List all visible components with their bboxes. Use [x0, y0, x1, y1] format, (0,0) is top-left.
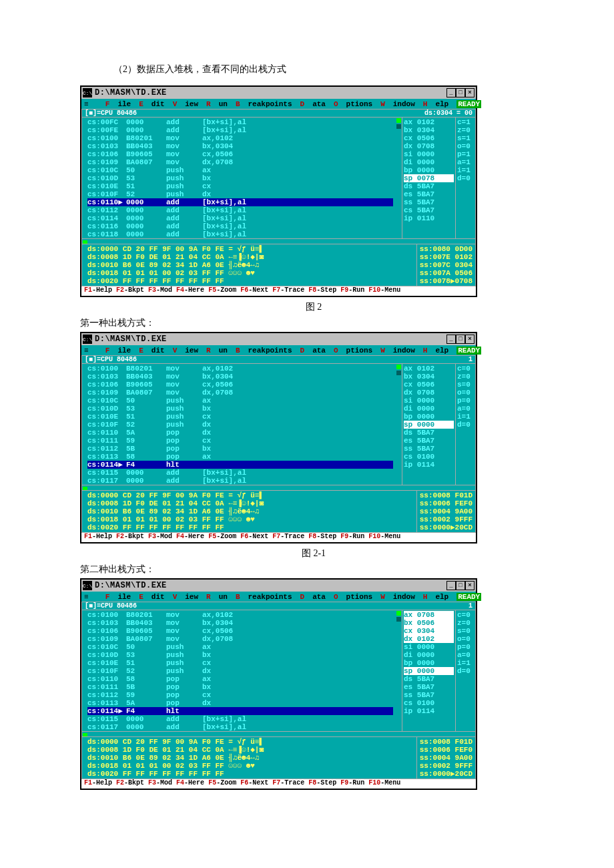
code-row[interactable]: cs:0100B80201movax,0102: [87, 365, 393, 373]
function-key-bar[interactable]: F1-Help F2-Bkpt F3-Mod F4-Here F5-Zoom F…: [81, 286, 476, 296]
function-key-bar[interactable]: F1-Help F2-Bkpt F3-Mod F4-Here F5-Zoom F…: [81, 779, 476, 789]
maximize-button[interactable]: □: [456, 581, 465, 590]
memory-dump-pane[interactable]: ds:0000 CD 20 FF 9F 00 9A F0 FE = √ƒ ü≡▌…: [82, 244, 416, 286]
code-row[interactable]: cs:011159popcx: [87, 437, 393, 445]
code-row[interactable]: cs:01125Bpopbx: [87, 445, 393, 453]
menu-item[interactable]: Help: [423, 100, 448, 108]
close-button[interactable]: ×: [465, 581, 475, 590]
maximize-button[interactable]: □: [456, 335, 465, 344]
menu-marker[interactable]: ≡: [84, 593, 89, 601]
code-row[interactable]: cs:01135Apopdx: [87, 699, 393, 707]
code-row[interactable]: cs:011259popcx: [87, 691, 393, 699]
menu-item[interactable]: Data: [300, 593, 326, 601]
code-row[interactable]: cs:010C50pushax: [87, 166, 393, 174]
stack-pane[interactable]: ss:0080 0D00ss:007E 0102ss:007C 0304ss:0…: [416, 244, 475, 286]
memory-dump-pane[interactable]: ds:0000 CD 20 FF 9F 00 9A F0 FE = √ƒ ü≡▌…: [82, 736, 416, 779]
code-row[interactable]: cs:01170000add[bx+si],al: [87, 477, 393, 485]
code-hscroll[interactable]: [82, 238, 475, 244]
code-row[interactable]: cs:01170000add[bx+si],al: [87, 723, 393, 731]
code-row[interactable]: cs:0109BA0807movdx,0708: [87, 635, 393, 643]
code-row[interactable]: cs:0100B80201movax,0102: [87, 134, 393, 142]
code-row[interactable]: cs:011058popax: [87, 675, 393, 683]
menu-item[interactable]: File: [105, 100, 131, 108]
menu-item[interactable]: Options: [334, 347, 372, 355]
menu-item[interactable]: Help: [423, 593, 448, 601]
code-row[interactable]: cs:01150000add[bx+si],al: [87, 469, 393, 477]
menu-item[interactable]: File: [105, 593, 131, 601]
function-key-bar[interactable]: F1-Help F2-Bkpt F3-Mod F4-Here F5-Zoom F…: [81, 533, 476, 542]
code-row[interactable]: cs:010C50pushax: [87, 643, 393, 651]
code-row[interactable]: cs:010D53pushbx: [87, 651, 393, 659]
minimize-button[interactable]: _: [446, 335, 456, 344]
code-row[interactable]: cs:0109BA0807movdx,0708: [87, 158, 393, 166]
close-button[interactable]: ×: [465, 88, 475, 97]
stack-pane[interactable]: ss:0008 F01Dss:0006 FEF0ss:0004 9A00ss:0…: [416, 736, 475, 779]
menu-item[interactable]: Breakpoints: [236, 347, 292, 355]
menubar[interactable]: ≡ FileEditViewRunBreakpointsDataOptionsW…: [81, 592, 476, 602]
registers-pane[interactable]: ax 0102bx 0304cx 0506dx 0708si 0000di 00…: [402, 118, 455, 238]
disassembly-pane[interactable]: cs:00FC0000add[bx+si],alcs:00FE0000add[b…: [82, 118, 396, 238]
menu-item[interactable]: Options: [334, 593, 372, 601]
memory-dump-pane[interactable]: ds:0000 CD 20 FF 9F 00 9A F0 FE = √ƒ ü≡▌…: [82, 490, 416, 532]
code-row[interactable]: cs:0106B90605movcx,0506: [87, 381, 393, 389]
code-hscroll[interactable]: [82, 485, 475, 490]
code-row[interactable]: cs:010D53pushbx: [87, 174, 393, 182]
menu-item[interactable]: Data: [300, 100, 326, 108]
menu-item[interactable]: View: [173, 100, 198, 108]
menu-item[interactable]: View: [173, 593, 198, 601]
code-row[interactable]: cs:0114▶F4hlt: [87, 707, 393, 715]
menubar[interactable]: ≡ FileEditViewRunBreakpointsDataOptionsW…: [81, 345, 476, 355]
disassembly-pane[interactable]: cs:0100B80201movax,0102cs:0103BB0403movb…: [82, 364, 396, 485]
code-row[interactable]: cs:010F52pushdx: [87, 421, 393, 429]
code-row[interactable]: cs:010C50pushax: [87, 397, 393, 405]
code-row[interactable]: cs:01105Apopdx: [87, 429, 393, 437]
menu-item[interactable]: Edit: [139, 593, 164, 601]
code-row[interactable]: cs:0106B90605movcx,0506: [87, 627, 393, 635]
code-row[interactable]: cs:010F52pushdx: [87, 667, 393, 675]
code-scrollbar[interactable]: [396, 118, 402, 238]
code-row[interactable]: cs:01115Bpopbx: [87, 683, 393, 691]
menu-item[interactable]: Edit: [139, 100, 164, 108]
menu-item[interactable]: Run: [206, 100, 228, 108]
menu-item[interactable]: Window: [380, 347, 415, 355]
code-row[interactable]: cs:0106B90605movcx,0506: [87, 150, 393, 158]
menu-item[interactable]: Options: [334, 100, 372, 108]
code-row[interactable]: cs:0103BB0403movbx,0304: [87, 619, 393, 627]
code-row[interactable]: cs:010E51pushcx: [87, 413, 393, 421]
disassembly-pane[interactable]: cs:0100B80201movax,0102cs:0103BB0403movb…: [82, 610, 396, 731]
code-scrollbar[interactable]: [396, 610, 402, 731]
code-row[interactable]: cs:01150000add[bx+si],al: [87, 715, 393, 723]
code-row[interactable]: cs:00FC0000add[bx+si],al: [87, 118, 393, 126]
code-row[interactable]: cs:0100B80201movax,0102: [87, 611, 393, 619]
code-row[interactable]: cs:011358popax: [87, 453, 393, 461]
code-row[interactable]: cs:0109BA0807movdx,0708: [87, 389, 393, 397]
menu-item[interactable]: Data: [300, 347, 326, 355]
minimize-button[interactable]: _: [446, 581, 456, 590]
menu-item[interactable]: Run: [206, 593, 228, 601]
registers-pane[interactable]: ax 0708bx 0506cx 0304dx 0102si 0000di 00…: [402, 610, 455, 731]
code-row[interactable]: cs:010D53pushbx: [87, 405, 393, 413]
maximize-button[interactable]: □: [456, 88, 465, 97]
menubar[interactable]: ≡ FileEditViewRunBreakpointsDataOptionsW…: [81, 99, 476, 109]
code-row[interactable]: cs:0103BB0403movbx,0304: [87, 142, 393, 150]
code-scrollbar[interactable]: [396, 364, 402, 485]
menu-marker[interactable]: ≡: [84, 347, 89, 355]
code-row[interactable]: cs:01160000add[bx+si],al: [87, 222, 393, 230]
menu-item[interactable]: Breakpoints: [236, 100, 292, 108]
code-row[interactable]: cs:010E51pushcx: [87, 182, 393, 190]
menu-item[interactable]: Breakpoints: [236, 593, 292, 601]
stack-pane[interactable]: ss:0008 F01Dss:0006 FEF0ss:0004 9A00ss:0…: [416, 490, 475, 532]
menu-item[interactable]: Window: [380, 100, 415, 108]
menu-item[interactable]: View: [173, 347, 198, 355]
code-row[interactable]: cs:010F52pushdx: [87, 190, 393, 198]
menu-marker[interactable]: ≡: [84, 100, 89, 108]
menu-item[interactable]: Window: [380, 593, 415, 601]
code-row[interactable]: cs:0110▶0000add[bx+si],al: [87, 198, 393, 206]
code-row[interactable]: cs:01180000add[bx+si],al: [87, 230, 393, 238]
code-row[interactable]: cs:00FE0000add[bx+si],al: [87, 126, 393, 134]
code-hscroll[interactable]: [82, 731, 475, 736]
code-row[interactable]: cs:01120000add[bx+si],al: [87, 206, 393, 214]
code-row[interactable]: cs:01140000add[bx+si],al: [87, 214, 393, 222]
code-row[interactable]: cs:0114▶F4hlt: [87, 461, 393, 469]
menu-item[interactable]: Run: [206, 347, 228, 355]
